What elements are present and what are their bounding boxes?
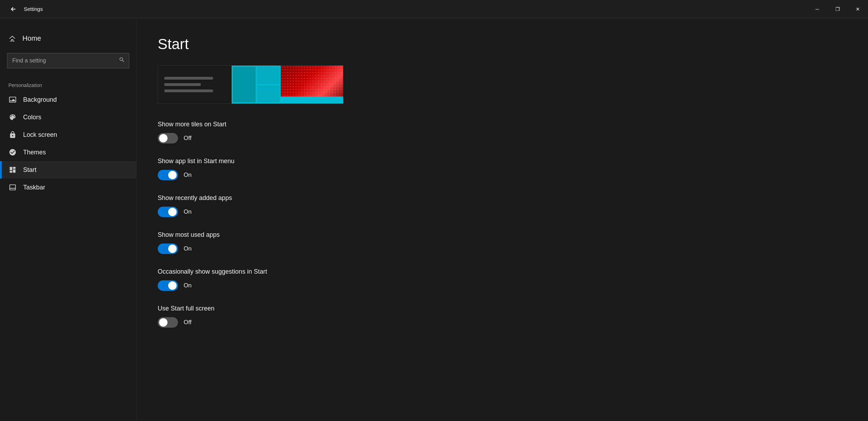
toggle-show-recently-added[interactable] (158, 207, 178, 217)
start-preview (158, 65, 343, 104)
close-button[interactable]: ✕ (848, 0, 868, 18)
start-icon (8, 166, 17, 174)
colors-icon (8, 113, 17, 121)
search-input[interactable] (7, 53, 129, 68)
sidebar-item-home[interactable]: Home (0, 29, 136, 47)
toggle-show-app-list[interactable] (158, 170, 178, 180)
content-area: Start Show more tiles on StartOffShow ap… (137, 18, 868, 421)
toggle-row-use-start-fullscreen: Off (158, 317, 847, 328)
toggle-thumb-show-recently-added (168, 208, 177, 216)
back-button[interactable] (6, 1, 21, 17)
setting-row-show-app-list: Show app list in Start menuOn (158, 158, 847, 180)
toggle-state-show-app-list: On (184, 172, 192, 179)
setting-label-show-more-tiles: Show more tiles on Start (158, 121, 847, 128)
search-icon (119, 57, 125, 65)
sidebar-item-background[interactable]: Background (0, 91, 136, 108)
toggle-thumb-use-start-fullscreen (159, 318, 168, 327)
settings-list: Show more tiles on StartOffShow app list… (158, 121, 847, 328)
setting-label-use-start-fullscreen: Use Start full screen (158, 305, 847, 312)
taskbar-icon (8, 183, 17, 191)
sidebar-item-start[interactable]: Start (0, 161, 136, 179)
lock-screen-label: Lock screen (23, 131, 57, 139)
setting-row-show-recently-added: Show recently added appsOn (158, 194, 847, 217)
sidebar-item-themes[interactable]: Themes (0, 143, 136, 161)
page-title: Start (158, 36, 847, 53)
colors-label: Colors (23, 114, 41, 121)
toggle-thumb-show-more-tiles (159, 134, 168, 142)
toggle-show-suggestions[interactable] (158, 280, 178, 291)
preview-bottom-bar (281, 96, 343, 103)
background-icon (8, 96, 17, 103)
sidebar-item-taskbar[interactable]: Taskbar (0, 179, 136, 196)
window-controls: ─ ❐ ✕ (807, 0, 868, 18)
toggle-row-show-app-list: On (158, 170, 847, 180)
background-label: Background (23, 96, 57, 103)
toggle-row-show-more-tiles: Off (158, 133, 847, 143)
toggle-show-most-used[interactable] (158, 243, 178, 254)
toggle-state-show-recently-added: On (184, 208, 192, 215)
preview-left (158, 66, 232, 103)
preview-tile-2 (257, 85, 280, 103)
toggle-thumb-show-app-list (168, 171, 177, 179)
toggle-row-show-recently-added: On (158, 207, 847, 217)
toggle-row-show-most-used: On (158, 243, 847, 254)
app-body: Home Personalization Background (0, 18, 868, 421)
preview-line-3 (164, 89, 213, 92)
toggle-use-start-fullscreen[interactable] (158, 317, 178, 328)
themes-label: Themes (23, 149, 46, 156)
setting-label-show-most-used: Show most used apps (158, 231, 847, 239)
personalization-section-label: Personalization (0, 74, 136, 91)
setting-label-show-recently-added: Show recently added apps (158, 194, 847, 202)
toggle-state-show-more-tiles: Off (184, 135, 191, 142)
themes-icon (8, 148, 17, 156)
preview-photo (281, 66, 343, 103)
toggle-state-use-start-fullscreen: Off (184, 319, 191, 326)
setting-row-show-most-used: Show most used appsOn (158, 231, 847, 254)
setting-row-show-suggestions: Occasionally show suggestions in StartOn (158, 268, 847, 291)
sidebar-item-lock-screen[interactable]: Lock screen (0, 126, 136, 143)
setting-row-use-start-fullscreen: Use Start full screenOff (158, 305, 847, 328)
toggle-row-show-suggestions: On (158, 280, 847, 291)
preview-tiles (232, 66, 281, 103)
toggle-thumb-show-suggestions (168, 281, 177, 290)
restore-button[interactable]: ❐ (827, 0, 848, 18)
setting-label-show-suggestions: Occasionally show suggestions in Start (158, 268, 847, 275)
toggle-thumb-show-most-used (168, 245, 177, 253)
preview-tile-large (233, 67, 256, 102)
lock-screen-icon (8, 131, 17, 139)
toggle-state-show-suggestions: On (184, 282, 192, 289)
setting-label-show-app-list: Show app list in Start menu (158, 158, 847, 165)
start-label: Start (23, 166, 36, 174)
sidebar-item-colors[interactable]: Colors (0, 108, 136, 126)
taskbar-label: Taskbar (23, 184, 45, 191)
home-label: Home (22, 34, 41, 42)
preview-line-2 (164, 83, 201, 86)
setting-row-show-more-tiles: Show more tiles on StartOff (158, 121, 847, 143)
preview-tile-1 (257, 67, 280, 84)
preview-line-1 (164, 77, 213, 80)
home-icon (8, 35, 16, 42)
toggle-state-show-most-used: On (184, 245, 192, 252)
minimize-button[interactable]: ─ (807, 0, 827, 18)
title-bar: Settings ─ ❐ ✕ (0, 0, 868, 18)
app-title: Settings (24, 6, 43, 12)
sidebar: Home Personalization Background (0, 18, 137, 421)
search-box (7, 53, 129, 68)
toggle-show-more-tiles[interactable] (158, 133, 178, 143)
